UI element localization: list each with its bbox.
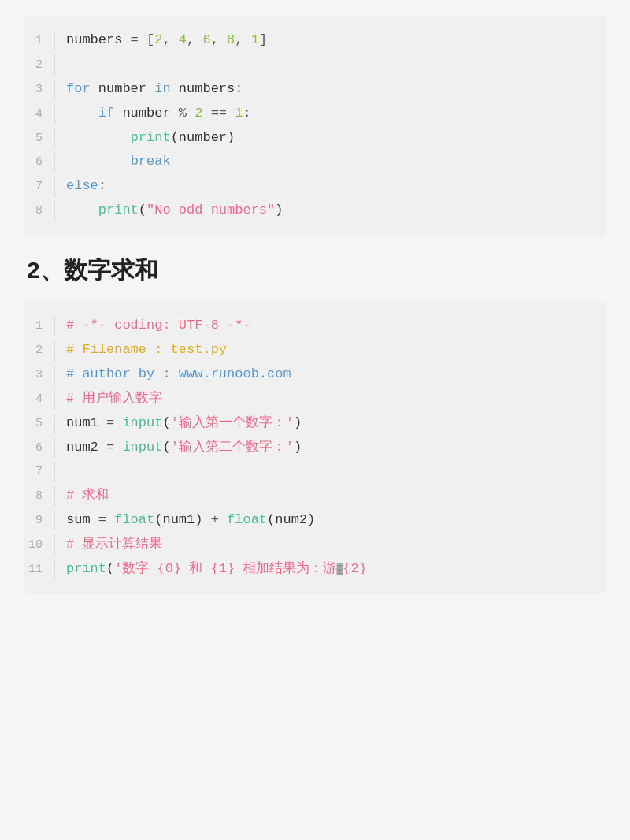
line-num2-7: 7: [24, 462, 55, 482]
code-block-1: 1 numbers = [2, 4, 6, 8, 1] 2 3 for numb…: [24, 16, 606, 236]
line-num2-3: 3: [24, 365, 55, 385]
code-line2-11: 11 print('数字 {0} 和 {1} 相加结果为：游▓{2}: [24, 557, 606, 582]
code-content2-4: # 用户输入数字: [66, 388, 606, 411]
code-line2-9: 9 sum = float(num1) + float(num2): [24, 508, 606, 533]
line-num2-8: 8: [24, 486, 55, 507]
code-line-6: 6 break: [24, 150, 606, 174]
code-content2-8: # 求和: [66, 485, 606, 507]
code-content2-2: # Filename : test.py: [66, 339, 606, 362]
code-line-5: 5 print(number): [24, 126, 606, 151]
code-line2-6: 6 num2 = input('输入第二个数字：'): [24, 436, 606, 460]
code-content2-1: # -*- coding: UTF-8 -*-: [66, 314, 606, 337]
line-num-7: 7: [24, 177, 55, 197]
line-num2-5: 5: [24, 414, 55, 434]
code-content-7: else:: [66, 175, 606, 198]
code-content-2: [66, 54, 606, 76]
code-content-6: break: [66, 151, 606, 173]
code-content2-3: # author by : www.runoob.com: [66, 363, 606, 386]
page-container: 1 numbers = [2, 4, 6, 8, 1] 2 3 for numb…: [0, 0, 630, 629]
code-line-8: 8 print("No odd numbers"): [24, 199, 606, 223]
code-content-8: print("No odd numbers"): [66, 199, 606, 222]
line-num-5: 5: [24, 128, 55, 149]
code-content2-9: sum = float(num1) + float(num2): [66, 509, 606, 532]
code-line2-7: 7: [24, 459, 606, 484]
code-line2-4: 4 # 用户输入数字: [24, 387, 606, 411]
line-num2-6: 6: [24, 438, 55, 459]
code-line2-10: 10 # 显示计算结果: [24, 533, 606, 557]
line-num2-1: 1: [24, 316, 55, 336]
line-num-1: 1: [24, 31, 55, 51]
code-content2-11: print('数字 {0} 和 {1} 相加结果为：游▓{2}: [66, 558, 606, 581]
code-content-1: numbers = [2, 4, 6, 8, 1]: [66, 29, 606, 52]
code-line-2: 2: [24, 53, 606, 77]
code-line-3: 3 for number in numbers:: [24, 77, 606, 102]
code-content-4: if number % 2 == 1:: [66, 102, 606, 125]
code-line2-8: 8 # 求和: [24, 484, 606, 508]
line-num2-9: 9: [24, 511, 55, 531]
line-num2-4: 4: [24, 389, 55, 410]
section2-title: 2、数字求和: [24, 255, 606, 287]
line-num-6: 6: [24, 152, 55, 173]
code-line2-5: 5 num1 = input('输入第一个数字：'): [24, 411, 606, 436]
code-content2-5: num1 = input('输入第一个数字：'): [66, 412, 606, 435]
line-num-2: 2: [24, 55, 55, 76]
code-block-2: 1 # -*- coding: UTF-8 -*- 2 # Filename :…: [24, 301, 606, 594]
line-num2-11: 11: [24, 559, 55, 580]
code-line2-1: 1 # -*- coding: UTF-8 -*-: [24, 314, 606, 338]
code-content-3: for number in numbers:: [66, 78, 606, 101]
code-line-7: 7 else:: [24, 174, 606, 199]
line-num-3: 3: [24, 80, 55, 100]
code-content-5: print(number): [66, 127, 606, 150]
line-num-8: 8: [24, 201, 55, 221]
code-line2-3: 3 # author by : www.runoob.com: [24, 362, 606, 387]
code-content2-6: num2 = input('输入第二个数字：'): [66, 437, 606, 459]
code-content2-10: # 显示计算结果: [66, 533, 606, 556]
code-line-4: 4 if number % 2 == 1:: [24, 102, 606, 126]
code-line2-2: 2 # Filename : test.py: [24, 338, 606, 362]
code-content2-7: [66, 460, 606, 483]
line-num-4: 4: [24, 104, 55, 125]
line-num2-2: 2: [24, 340, 55, 361]
line-num2-10: 10: [24, 535, 55, 556]
code-line-1: 1 numbers = [2, 4, 6, 8, 1]: [24, 28, 606, 53]
